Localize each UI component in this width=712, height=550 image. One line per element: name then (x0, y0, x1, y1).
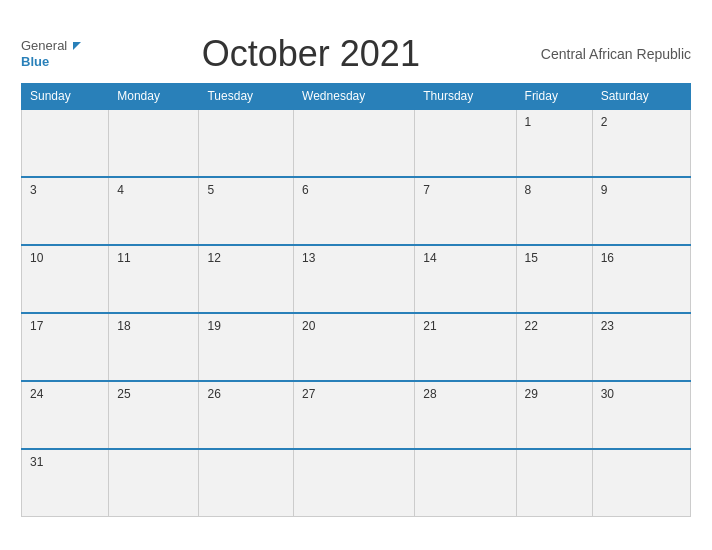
day-number: 5 (207, 183, 214, 197)
day-number: 13 (302, 251, 315, 265)
week-row-3: 17181920212223 (22, 313, 691, 381)
day-cell: 27 (294, 381, 415, 449)
day-cell: 31 (22, 449, 109, 517)
week-row-4: 24252627282930 (22, 381, 691, 449)
day-cell: 23 (592, 313, 690, 381)
day-cell: 12 (199, 245, 294, 313)
day-cell: 28 (415, 381, 516, 449)
day-cell: 14 (415, 245, 516, 313)
day-number: 16 (601, 251, 614, 265)
day-cell: 11 (109, 245, 199, 313)
day-cell: 22 (516, 313, 592, 381)
weekday-header-row: Sunday Monday Tuesday Wednesday Thursday… (22, 83, 691, 109)
day-cell: 26 (199, 381, 294, 449)
day-number: 27 (302, 387, 315, 401)
day-cell: 7 (415, 177, 516, 245)
header-thursday: Thursday (415, 83, 516, 109)
logo-text: General Blue (21, 38, 81, 69)
logo-icon (73, 42, 81, 50)
day-cell: 3 (22, 177, 109, 245)
day-number: 11 (117, 251, 130, 265)
logo-blue: Blue (21, 54, 49, 69)
day-cell (516, 449, 592, 517)
day-number: 21 (423, 319, 436, 333)
day-cell: 24 (22, 381, 109, 449)
calendar-header: General Blue October 2021 Central Africa… (21, 33, 691, 75)
day-number: 3 (30, 183, 37, 197)
day-cell: 21 (415, 313, 516, 381)
day-number: 22 (525, 319, 538, 333)
header-sunday: Sunday (22, 83, 109, 109)
day-cell (109, 449, 199, 517)
day-cell: 5 (199, 177, 294, 245)
day-cell: 10 (22, 245, 109, 313)
header-tuesday: Tuesday (199, 83, 294, 109)
day-cell: 25 (109, 381, 199, 449)
day-number: 29 (525, 387, 538, 401)
day-cell: 15 (516, 245, 592, 313)
day-cell: 16 (592, 245, 690, 313)
day-cell: 4 (109, 177, 199, 245)
header-wednesday: Wednesday (294, 83, 415, 109)
day-cell (199, 449, 294, 517)
day-number: 14 (423, 251, 436, 265)
day-cell: 6 (294, 177, 415, 245)
day-number: 19 (207, 319, 220, 333)
header-saturday: Saturday (592, 83, 690, 109)
logo-general: General (21, 38, 67, 53)
day-number: 24 (30, 387, 43, 401)
day-cell (22, 109, 109, 177)
day-cell (415, 109, 516, 177)
week-row-2: 10111213141516 (22, 245, 691, 313)
day-number: 20 (302, 319, 315, 333)
day-number: 1 (525, 115, 532, 129)
day-cell: 30 (592, 381, 690, 449)
day-cell: 13 (294, 245, 415, 313)
day-cell: 20 (294, 313, 415, 381)
day-cell: 17 (22, 313, 109, 381)
day-number: 2 (601, 115, 608, 129)
day-number: 17 (30, 319, 43, 333)
day-number: 6 (302, 183, 309, 197)
calendar-grid: Sunday Monday Tuesday Wednesday Thursday… (21, 83, 691, 518)
header-friday: Friday (516, 83, 592, 109)
day-number: 31 (30, 455, 43, 469)
day-cell (294, 449, 415, 517)
day-number: 25 (117, 387, 130, 401)
day-cell: 2 (592, 109, 690, 177)
day-cell (199, 109, 294, 177)
day-number: 28 (423, 387, 436, 401)
day-cell (294, 109, 415, 177)
day-number: 8 (525, 183, 532, 197)
day-number: 23 (601, 319, 614, 333)
day-number: 26 (207, 387, 220, 401)
header-monday: Monday (109, 83, 199, 109)
calendar-wrapper: General Blue October 2021 Central Africa… (11, 23, 701, 528)
day-number: 7 (423, 183, 430, 197)
week-row-0: 12 (22, 109, 691, 177)
day-number: 10 (30, 251, 43, 265)
day-cell: 8 (516, 177, 592, 245)
day-cell (592, 449, 690, 517)
day-number: 18 (117, 319, 130, 333)
day-number: 9 (601, 183, 608, 197)
calendar-country: Central African Republic (541, 46, 691, 62)
calendar-title: October 2021 (81, 33, 541, 75)
day-cell (109, 109, 199, 177)
day-cell: 9 (592, 177, 690, 245)
day-number: 4 (117, 183, 124, 197)
day-number: 12 (207, 251, 220, 265)
week-row-1: 3456789 (22, 177, 691, 245)
day-cell: 18 (109, 313, 199, 381)
day-cell: 29 (516, 381, 592, 449)
week-row-5: 31 (22, 449, 691, 517)
day-number: 30 (601, 387, 614, 401)
logo: General Blue (21, 38, 81, 69)
day-cell (415, 449, 516, 517)
day-number: 15 (525, 251, 538, 265)
day-cell: 1 (516, 109, 592, 177)
day-cell: 19 (199, 313, 294, 381)
